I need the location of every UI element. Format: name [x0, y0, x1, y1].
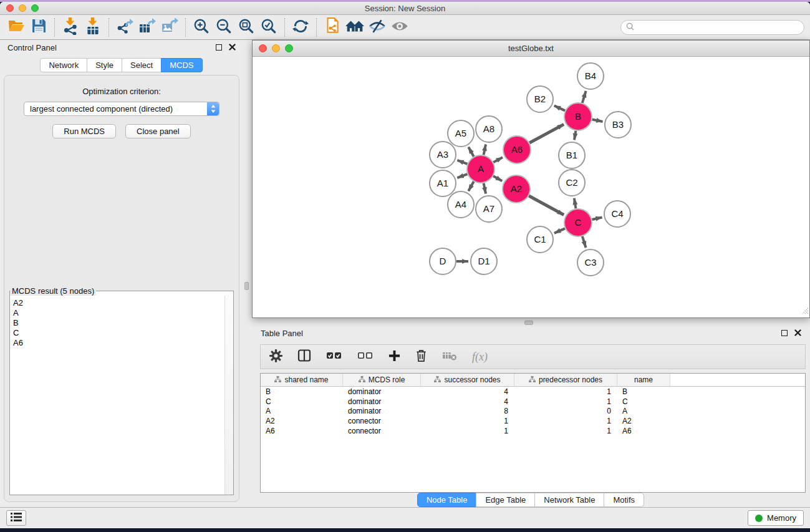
memory-button[interactable]: Memory — [748, 510, 804, 526]
mcds-result-item[interactable]: C — [13, 328, 224, 338]
graph-node-C1[interactable]: C1 — [527, 226, 553, 253]
graph-node-A8[interactable]: A8 — [476, 116, 502, 142]
graph-node-A1[interactable]: A1 — [430, 170, 456, 196]
zoom-network-window-button[interactable] — [285, 44, 293, 52]
tab-select[interactable]: Select — [122, 58, 162, 72]
graph-node-A5[interactable]: A5 — [448, 120, 474, 147]
close-panel-icon[interactable] — [229, 42, 236, 53]
column-header-successor-nodes[interactable]: successor nodes — [421, 374, 514, 386]
export-image-button[interactable] — [158, 17, 181, 38]
delete-table-button[interactable] — [442, 351, 457, 363]
tab-style[interactable]: Style — [87, 58, 122, 72]
run-mcds-button[interactable]: Run MCDS — [52, 124, 116, 138]
graph-edge-A-A7[interactable] — [484, 183, 486, 194]
export-table-button[interactable] — [136, 17, 158, 38]
show-all-networks-button[interactable] — [344, 17, 366, 38]
hide-visual-properties-button[interactable] — [366, 17, 388, 38]
graph-edge-B-B1[interactable] — [574, 131, 576, 140]
graph-node-D[interactable]: D — [430, 248, 456, 274]
open-session-button[interactable] — [5, 17, 27, 38]
show-column-button[interactable] — [297, 349, 311, 364]
column-header-name[interactable]: name — [617, 374, 670, 386]
import-network-button[interactable] — [59, 17, 82, 38]
graph-node-A6[interactable]: A6 — [503, 136, 531, 163]
graph-node-C[interactable]: C — [564, 209, 592, 236]
graph-node-A2[interactable]: A2 — [503, 175, 530, 203]
scrollbar[interactable] — [224, 296, 233, 495]
new-network-from-selection-button[interactable] — [321, 17, 344, 38]
task-history-button[interactable] — [6, 510, 26, 526]
tab-node-table[interactable]: Node Table — [417, 493, 477, 507]
table-row[interactable]: Bdominator41B — [261, 387, 805, 397]
table-row[interactable]: A6connector11A6 — [261, 426, 805, 436]
graph-edge-A-A1[interactable] — [457, 174, 467, 178]
graph-node-A[interactable]: A — [467, 155, 494, 183]
mcds-result-item[interactable]: A — [13, 308, 224, 318]
graph-edge-B-B3[interactable] — [592, 120, 603, 122]
column-header-MCDS-role[interactable]: MCDS role — [343, 374, 421, 386]
tab-mcds[interactable]: MCDS — [161, 58, 202, 72]
zoom-selected-button[interactable] — [258, 17, 280, 38]
graph-edge-A-A6[interactable] — [493, 157, 503, 162]
tab-network[interactable]: Network — [40, 58, 87, 72]
table-row[interactable]: Adominator80A — [261, 406, 805, 416]
graph-edge-C-C4[interactable] — [592, 217, 602, 220]
optimization-criterion-dropdown[interactable]: largest connected component (directed) — [24, 102, 219, 116]
graph-edge-B-B4[interactable] — [582, 91, 586, 103]
export-network-button[interactable] — [113, 17, 136, 38]
close-panel-button[interactable]: Close panel — [125, 124, 191, 138]
split-divider-grip[interactable] — [244, 282, 249, 290]
network-canvas[interactable]: B4B2BB3A8A5A6B1A3AC2A1A2A4A7C4CC1C3DD1 — [253, 57, 809, 317]
graph-edge-B-B2[interactable] — [554, 105, 565, 110]
close-network-window-button[interactable] — [259, 44, 267, 52]
tab-network-table[interactable]: Network Table — [534, 493, 604, 507]
graph-edge-A-A3[interactable] — [457, 160, 467, 164]
graph-edge-A6-B[interactable] — [529, 124, 564, 143]
unselect-all-columns-button[interactable] — [357, 351, 374, 362]
graph-node-A7[interactable]: A7 — [476, 196, 502, 222]
create-new-column-button[interactable] — [388, 350, 400, 364]
import-table-button[interactable] — [82, 17, 104, 38]
window-resize-grip[interactable] — [801, 306, 809, 317]
graph-edge-C-C3[interactable] — [582, 236, 586, 248]
close-panel-icon[interactable] — [794, 327, 801, 339]
float-panel-icon[interactable] — [216, 44, 222, 51]
float-panel-icon[interactable] — [781, 330, 788, 336]
delete-columns-button[interactable] — [415, 349, 427, 365]
graph-node-B2[interactable]: B2 — [527, 86, 553, 112]
split-divider-grip[interactable] — [524, 321, 533, 325]
graph-node-B4[interactable]: B4 — [577, 63, 604, 89]
graph-node-B[interactable]: B — [564, 103, 592, 130]
mcds-result-item[interactable]: A6 — [13, 338, 224, 348]
graph-node-A3[interactable]: A3 — [430, 142, 456, 168]
search-field[interactable] — [620, 20, 804, 35]
graph-node-B3[interactable]: B3 — [605, 112, 631, 138]
graph-edge-C-C1[interactable] — [554, 228, 565, 233]
mcds-result-item[interactable]: A2 — [13, 298, 224, 308]
column-header-shared-name[interactable]: shared name — [261, 374, 343, 386]
graph-edge-A2-C[interactable] — [529, 196, 564, 215]
minimize-window-button[interactable] — [19, 4, 26, 12]
minimize-network-window-button[interactable] — [272, 44, 280, 52]
table-row[interactable]: Cdominator41C — [261, 397, 805, 407]
graph-node-D1[interactable]: D1 — [471, 248, 497, 274]
mcds-result-item[interactable]: B — [13, 318, 224, 328]
select-all-columns-button[interactable] — [326, 351, 342, 362]
graph-node-B1[interactable]: B1 — [559, 142, 585, 168]
function-builder-button[interactable]: f(x) — [472, 351, 488, 364]
zoom-out-button[interactable] — [213, 17, 235, 38]
graph-edge-A-A2[interactable] — [493, 176, 502, 181]
graph-node-C4[interactable]: C4 — [604, 201, 630, 227]
graph-edge-A-A8[interactable] — [484, 144, 486, 155]
table-row[interactable]: A2connector11A2 — [261, 416, 805, 426]
search-input[interactable] — [637, 23, 799, 32]
zoom-window-button[interactable] — [31, 4, 39, 12]
graph-node-C2[interactable]: C2 — [559, 170, 585, 196]
zoom-fit-button[interactable] — [235, 17, 258, 38]
graph-edge-C-C2[interactable] — [574, 198, 576, 209]
save-session-button[interactable] — [27, 17, 50, 38]
graph-node-C3[interactable]: C3 — [577, 249, 604, 276]
graphics-details-button[interactable] — [388, 17, 411, 38]
tab-edge-table[interactable]: Edge Table — [476, 493, 535, 507]
table-options-button[interactable] — [269, 349, 282, 365]
